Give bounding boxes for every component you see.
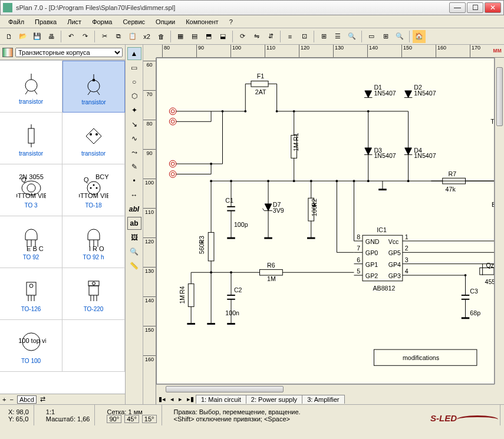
lib-plus-button[interactable]: +: [2, 396, 6, 403]
page-tab-1[interactable]: 1: Main circuit: [196, 395, 246, 404]
grid-icon[interactable]: ⊞: [379, 30, 392, 43]
maximize-button[interactable]: ☐: [467, 2, 483, 13]
lib-item-transistor-3[interactable]: transistor: [0, 113, 62, 164]
close-button[interactable]: ✕: [485, 2, 501, 13]
save-icon[interactable]: 💾: [31, 30, 44, 43]
lib-item-to220[interactable]: TO-220: [62, 268, 125, 320]
pointer-tool-icon[interactable]: ▲: [127, 47, 141, 60]
zoom-fit-icon[interactable]: 🔍: [393, 30, 406, 43]
duplicate-icon[interactable]: x2: [140, 30, 153, 43]
menu-options[interactable]: Опции: [151, 17, 180, 27]
svg-point-155: [353, 180, 355, 182]
rect-tool-icon[interactable]: ▭: [127, 61, 141, 74]
menu-form[interactable]: Форма: [87, 17, 117, 27]
tab-nav-next-icon[interactable]: ▸: [176, 395, 185, 403]
print-icon[interactable]: 🖶: [45, 30, 58, 43]
new-icon[interactable]: 🗋: [2, 30, 15, 43]
lib-item-to3[interactable]: 2N 3055BOTTOM VIEWQTO 3: [0, 164, 62, 216]
lib-item-to100[interactable]: TO 100 top viewTO 100: [0, 320, 62, 372]
circle-tool-icon[interactable]: ○: [127, 75, 141, 88]
menu-file[interactable]: Файл: [4, 17, 29, 27]
special-tool-icon[interactable]: ✦: [127, 104, 141, 117]
lib-item-to92[interactable]: E B CTO 92: [0, 216, 62, 268]
svg-rect-9: [28, 128, 34, 143]
cut-icon[interactable]: ✂: [98, 30, 111, 43]
lib-toggle-icon[interactable]: ⇄: [40, 395, 45, 403]
svg-text:1N5407: 1N5407: [414, 90, 436, 97]
lib-item-transistor-4[interactable]: transistor: [62, 113, 125, 164]
text-tool-icon[interactable]: abI: [127, 203, 141, 216]
tab-nav-first-icon[interactable]: ▮◂: [156, 395, 168, 403]
mirror-h-icon[interactable]: ⇋: [250, 30, 263, 43]
label-tool-icon[interactable]: ab: [127, 217, 141, 230]
status-coords: X: 98,0Y: 65,0: [4, 405, 34, 425]
ungroup-icon[interactable]: ▤: [188, 30, 201, 43]
lib-item-transistor-1[interactable]: transistor: [0, 61, 62, 113]
horizontal-scrollbar[interactable]: [156, 384, 495, 394]
lib-item-transistor-2[interactable]: transistor: [62, 61, 125, 113]
lib-item-to92h[interactable]: I R OTO 92 h: [62, 216, 125, 268]
minimize-button[interactable]: —: [449, 2, 466, 13]
menu-edit[interactable]: Правка: [30, 17, 61, 27]
svg-point-49: [171, 110, 174, 113]
snap-icon[interactable]: ⊞: [317, 30, 330, 43]
angle-15-button[interactable]: 15°: [142, 415, 157, 423]
menu-help[interactable]: ?: [225, 17, 238, 27]
angle-45-button[interactable]: 45°: [124, 415, 139, 423]
page-tab-2[interactable]: 2: Power supply: [246, 395, 302, 404]
group-icon[interactable]: ▦: [174, 30, 187, 43]
menu-sheet[interactable]: Лист: [62, 17, 86, 27]
svg-point-0: [25, 80, 37, 91]
align-icon[interactable]: ≡: [284, 30, 297, 43]
center-icon[interactable]: ⊡: [298, 30, 311, 43]
redo-icon[interactable]: ↷: [78, 30, 91, 43]
back-icon[interactable]: ⬓: [216, 30, 229, 43]
curve-tool-icon[interactable]: ∿: [127, 132, 141, 145]
freehand-tool-icon[interactable]: ✎: [127, 160, 141, 173]
tab-nav-prev-icon[interactable]: ◂: [168, 395, 176, 403]
page-icon[interactable]: ▭: [365, 30, 378, 43]
vertical-scrollbar[interactable]: [495, 58, 504, 384]
front-icon[interactable]: ⬒: [202, 30, 215, 43]
svg-point-148: [210, 163, 212, 165]
line-tool-icon[interactable]: ↘: [127, 118, 141, 131]
open-icon[interactable]: 📂: [17, 30, 29, 43]
image-tool-icon[interactable]: 🖼: [127, 231, 141, 244]
list-icon[interactable]: ☰: [331, 30, 344, 43]
angle-90-button[interactable]: 90°: [107, 415, 121, 423]
measure-tool-icon[interactable]: 📏: [127, 259, 141, 272]
tab-nav-last-icon[interactable]: ▸▮: [185, 395, 196, 403]
bezier-tool-icon[interactable]: ⤳: [127, 146, 141, 159]
status-zoom: 1:1Масштаб: 1,66: [41, 405, 95, 425]
dimension-tool-icon[interactable]: ↔: [127, 189, 141, 202]
svg-text:2: 2: [405, 245, 409, 252]
poly-tool-icon[interactable]: ⬡: [127, 90, 141, 103]
svg-text:modifications: modifications: [403, 354, 439, 361]
copy-icon[interactable]: ⧉: [112, 30, 125, 43]
svg-rect-108: [260, 269, 283, 275]
menu-service[interactable]: Сервис: [118, 17, 150, 27]
node-tool-icon[interactable]: •: [127, 174, 141, 187]
undo-icon[interactable]: ↶: [64, 30, 77, 43]
svg-text:GP5: GP5: [388, 249, 401, 256]
home-icon[interactable]: 🏠: [413, 30, 426, 43]
lib-item-to126[interactable]: TO-126: [0, 268, 62, 320]
svg-rect-8: [93, 79, 95, 81]
svg-text:100n: 100n: [225, 309, 239, 316]
svg-point-16: [27, 184, 35, 192]
lib-abcd-button[interactable]: Abcd: [17, 395, 37, 404]
mirror-v-icon[interactable]: ⇵: [264, 30, 277, 43]
schematic-canvas[interactable]: F1 2AT D11N5407 D21N5407 D31N5407 D41N54…: [156, 58, 495, 384]
paste-icon[interactable]: 📋: [126, 30, 139, 43]
search-icon[interactable]: 🔍: [345, 30, 358, 43]
svg-text:1M: 1M: [179, 295, 186, 304]
page-tab-3[interactable]: 3: Amplifier: [302, 395, 344, 404]
library-select[interactable]: Транзисторные корпуса: [15, 48, 123, 57]
delete-icon[interactable]: 🗑: [154, 30, 167, 43]
rotate-icon[interactable]: ⟳: [236, 30, 249, 43]
library-grid[interactable]: transistor transistor transistor transis…: [0, 60, 125, 394]
lib-minus-button[interactable]: −: [9, 396, 13, 403]
menu-component[interactable]: Компонент: [181, 17, 223, 27]
zoom-tool-icon[interactable]: 🔍: [127, 245, 141, 258]
lib-item-to18[interactable]: BCY 58BOTTOM VIEWQTO-18: [62, 164, 125, 216]
